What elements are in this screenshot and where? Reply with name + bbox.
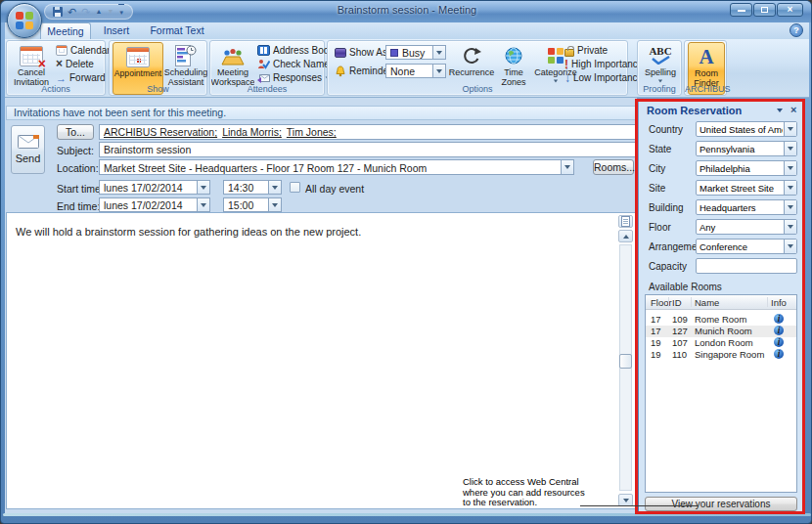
annotation-callout-line [580,505,698,506]
rooms-button[interactable]: Rooms... [593,159,634,175]
categorize-dropdown-icon [554,79,558,82]
end-time-dropdown-icon[interactable] [268,198,281,211]
all-day-label: All day event [305,183,364,195]
responses-icon [257,73,270,83]
show-as-dropdown-icon[interactable] [432,46,445,59]
ribbon-tab-row: Meeting Insert Format Text ? [5,22,809,39]
forward-button[interactable]: → Forward [56,71,114,84]
end-time-combobox[interactable]: 15:00 [223,197,282,212]
location-dropdown-icon[interactable] [561,160,573,174]
location-field[interactable]: Market Street Site - Headquarters - Floo… [99,159,574,175]
scrollbar-top-icon[interactable] [618,215,633,228]
office-button[interactable] [7,3,42,38]
group-options: Show As: Busy Reminder: None Recurrence [327,40,628,96]
high-importance-button[interactable]: ! High Importance [564,58,643,70]
reminder-dropdown-icon[interactable] [432,65,445,77]
body-scrollbar[interactable] [618,215,633,506]
busy-swatch-icon [390,49,398,57]
reminder-bell-icon [335,66,346,77]
undo-icon[interactable]: ↶ [68,5,76,19]
annotation-callout-text: Click to access Web Central where you ca… [463,477,590,508]
start-date-dropdown-icon[interactable] [197,181,209,194]
help-icon[interactable]: ? [789,23,803,37]
delete-icon: × [56,59,63,69]
spelling-dropdown-icon [658,79,662,82]
categorize-icon [548,43,564,68]
subject-field[interactable]: Brainstorm session [99,142,636,157]
check-names-icon [257,59,270,69]
tab-meeting[interactable]: Meeting [40,22,91,39]
quick-access-toolbar: ↶ ↷ ▲ ▼ ▼ [44,4,133,20]
high-importance-icon: ! [564,58,568,71]
show-as-label: Show As: [335,46,390,59]
address-book-icon [257,45,270,56]
scheduling-assistant-icon [175,43,197,68]
start-time-label: Start time: [57,183,104,195]
maximize-button[interactable] [753,3,776,17]
annotation-highlight-rectangle [635,99,805,514]
recipient[interactable]: Tim Jones; [287,126,337,138]
responses-button[interactable]: Responses [257,71,331,84]
window-title: Brainstorm session - Meeting [338,4,476,16]
end-time-label: End time: [57,200,100,212]
meeting-workspace-icon [220,43,246,68]
send-envelope-icon [18,135,39,149]
message-body[interactable]: We will hold a brainstorm session for ga… [6,212,637,509]
compose-area: Invitations have not been sent for this … [5,98,637,513]
room-finder-icon: A [699,44,713,69]
calendar-icon [56,45,68,56]
save-icon[interactable] [53,7,63,17]
scroll-up-icon[interactable] [618,230,633,242]
to-field[interactable]: ARCHIBUS Reservation;Linda Morris;Tim Jo… [99,124,636,140]
info-bar: Invitations have not been sent for this … [6,106,637,120]
previous-item-icon[interactable]: ▲ [95,5,102,19]
group-archibus: A Room Finder ARCHIBUS [684,40,727,96]
close-button[interactable]: × [777,3,803,17]
customize-qat-icon[interactable]: ▼ [118,4,124,20]
recipient[interactable]: Linda Morris; [222,126,282,138]
low-importance-icon: ↓ [564,71,570,85]
address-book-button[interactable]: Address Book [257,44,334,57]
subject-label: Subject: [57,145,94,156]
to-button[interactable]: To... [57,124,94,140]
start-time-dropdown-icon[interactable] [268,181,281,194]
recipient[interactable]: ARCHIBUS Reservation; [104,126,217,138]
message-body-text: We will hold a brainstorm session for ga… [16,226,612,238]
group-proofing: ABC Spelling Proofing [637,40,682,96]
delete-button[interactable]: × Delete [56,58,94,70]
spelling-icon: ABC [649,43,671,68]
cancel-invitation-icon: × [20,43,43,68]
location-label: Location: [57,162,99,174]
all-day-checkbox[interactable] [290,182,300,193]
show-as-icon [335,48,346,58]
group-attendees: Meeting Workspace Address Book Check Nam… [209,40,325,96]
scrollbar-thumb[interactable] [619,354,632,369]
redo-icon[interactable]: ↷ [81,5,90,19]
group-actions: × Cancel Invitation Calendar × Delete → … [6,40,106,96]
recurrence-icon [462,43,481,68]
send-button[interactable]: Send [11,125,45,174]
title-bar: ↶ ↷ ▲ ▼ ▼ Brainstorm session - Meeting × [1,1,812,22]
office-logo-icon [16,12,33,29]
ribbon: × Cancel Invitation Calendar × Delete → … [5,39,809,98]
reminder-combobox[interactable]: None [385,64,446,78]
minimize-button[interactable] [730,3,752,17]
time-zones-globe-icon [505,43,522,68]
check-names-button[interactable]: Check Names [257,58,335,70]
start-time-combobox[interactable]: 14:30 [223,180,282,195]
calendar-button[interactable]: Calendar [56,44,111,57]
meeting-window: ↶ ↷ ▲ ▼ ▼ Brainstorm session - Meeting ×… [0,0,812,524]
start-date-combobox[interactable]: lunes 17/02/2014 [99,180,210,195]
lock-icon [564,49,574,57]
end-date-dropdown-icon[interactable] [197,198,209,211]
tab-insert[interactable]: Insert [95,22,138,39]
appointment-icon [126,44,150,69]
private-button[interactable]: Private [564,44,608,57]
group-show: Appointment Scheduling Assistant Show [109,40,207,96]
next-item-icon[interactable]: ▼ [107,5,113,19]
end-date-combobox[interactable]: lunes 17/02/2014 [99,197,210,212]
tab-format-text[interactable]: Format Text [140,22,214,39]
low-importance-button[interactable]: ↓ Low Importance [564,71,643,84]
forward-icon: → [56,72,67,84]
show-as-combobox[interactable]: Busy [385,45,446,60]
